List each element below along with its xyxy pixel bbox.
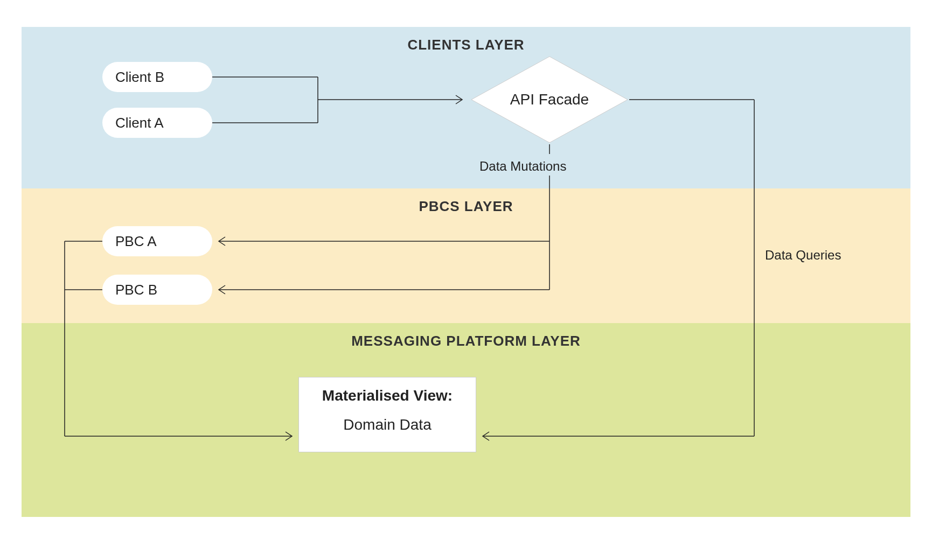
node-client-b-label: Client B	[115, 69, 164, 86]
node-pbc-a-label: PBC A	[115, 233, 157, 250]
pbcs-layer-title: PBCS LAYER	[22, 198, 910, 215]
node-pbc-b: PBC B	[102, 275, 212, 305]
materialised-view-subtitle: Domain Data	[299, 416, 476, 433]
node-materialised-view: Materialised View: Domain Data	[298, 377, 476, 452]
edge-label-data-queries: Data Queries	[765, 248, 841, 263]
clients-layer-title: CLIENTS LAYER	[22, 37, 910, 53]
diagram-canvas: CLIENTS LAYER PBCS LAYER MESSAGING PLATF…	[0, 0, 932, 560]
edge-label-data-mutations: Data Mutations	[479, 159, 566, 174]
node-client-a-label: Client A	[115, 115, 164, 131]
node-client-b: Client B	[102, 62, 212, 92]
materialised-view-title: Materialised View:	[299, 387, 476, 404]
node-pbc-b-label: PBC B	[115, 282, 157, 298]
node-api-facade-label: API Facade	[510, 91, 589, 108]
node-pbc-a: PBC A	[102, 226, 212, 256]
messaging-layer-title: MESSAGING PLATFORM LAYER	[22, 333, 910, 349]
node-api-facade: API Facade	[469, 54, 630, 145]
node-client-a: Client A	[102, 108, 212, 138]
